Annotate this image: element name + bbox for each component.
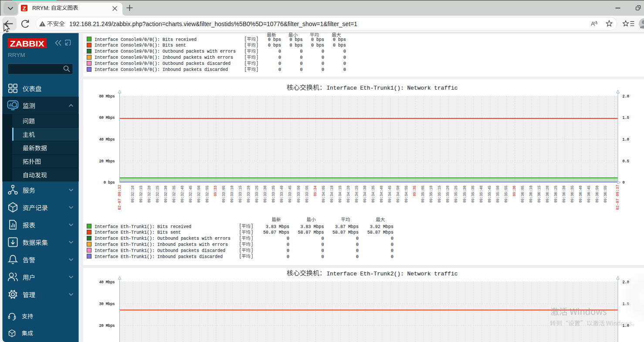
svg-text:0 bps: 0 bps — [268, 37, 281, 42]
svg-text:09:35:55: 09:35:55 — [504, 185, 508, 202]
svg-text:09:36:45: 09:36:45 — [587, 185, 591, 202]
svg-text:0.5: 0.5 — [623, 159, 629, 164]
svg-text:0: 0 — [391, 248, 393, 253]
svg-text:0: 0 — [300, 61, 302, 66]
svg-text:09:33:50: 09:33:50 — [297, 185, 301, 202]
svg-text:58.87 Mbps: 58.87 Mbps — [263, 230, 289, 235]
svg-text:09:34:55: 09:34:55 — [404, 185, 408, 202]
svg-text:09:32:10: 09:32:10 — [131, 185, 135, 202]
svg-text:0: 0 — [287, 255, 289, 259]
svg-text:09:32:50: 09:32:50 — [197, 185, 201, 202]
svg-text:09:32:30: 09:32:30 — [164, 185, 168, 202]
svg-text:3.87 Mbps: 3.87 Mbps — [335, 225, 359, 229]
svg-text:0: 0 — [356, 255, 359, 259]
svg-text:0 bps: 0 bps — [333, 37, 346, 42]
svg-text:0: 0 — [322, 61, 324, 66]
svg-text:09:34: 09:34 — [313, 185, 317, 196]
svg-text:09:34:05: 09:34:05 — [322, 185, 325, 202]
svg-text:0: 0 — [356, 242, 359, 247]
svg-text:0 bps: 0 bps — [311, 43, 324, 48]
svg-text:0: 0 — [322, 67, 324, 72]
svg-text:40 Mbps: 40 Mbps — [99, 280, 115, 285]
svg-text:Interface Eth-Trunk1(): Bits r: Interface Eth-Trunk1(): Bits received — [95, 225, 191, 229]
svg-text:09:32:45: 09:32:45 — [189, 185, 193, 202]
svg-text:0: 0 — [391, 236, 393, 241]
svg-text:Interface Console9/0/0(): Bits: Interface Console9/0/0(): Bits sent — [95, 43, 186, 48]
svg-text:0 bps: 0 bps — [289, 43, 302, 48]
svg-text:Interface Eth-Trunk1(): Inboun: Interface Eth-Trunk1(): Inbound packets … — [95, 242, 228, 247]
svg-text:0: 0 — [322, 55, 324, 60]
svg-text:Interface Eth-Trunk1(): Inboun: Interface Eth-Trunk1(): Inbound packets … — [95, 255, 223, 259]
svg-text:09:35:45: 09:35:45 — [488, 185, 491, 202]
svg-text:0: 0 — [322, 49, 324, 54]
svg-text:09:34:35: 09:34:35 — [371, 185, 375, 202]
svg-text:0 bps: 0 bps — [289, 37, 302, 42]
svg-text:09:33:20: 09:33:20 — [247, 185, 251, 202]
svg-text:ZABBIX: ZABBIX — [10, 39, 44, 48]
svg-text:0 bps: 0 bps — [104, 181, 115, 185]
svg-text:0: 0 — [343, 55, 346, 60]
svg-text:09:33:45: 09:33:45 — [288, 185, 292, 202]
svg-text:09:36:20: 09:36:20 — [546, 185, 549, 202]
svg-text:0: 0 — [278, 67, 281, 72]
svg-text:A: A — [591, 20, 595, 27]
svg-text:0: 0 — [322, 236, 324, 241]
svg-text:09:33:30: 09:33:30 — [263, 185, 267, 202]
svg-text:09:34:15: 09:34:15 — [338, 185, 342, 202]
svg-text:09:32:40: 09:32:40 — [180, 185, 184, 202]
svg-text:09:34:50: 09:34:50 — [396, 185, 400, 202]
svg-text:40 Mbps: 40 Mbps — [99, 137, 115, 142]
svg-text:09:33:15: 09:33:15 — [238, 185, 242, 202]
svg-text:09:32:55: 09:32:55 — [205, 185, 209, 202]
svg-text:0: 0 — [287, 236, 289, 241]
svg-text:1.5: 1.5 — [623, 116, 629, 120]
svg-text:09:33:35: 09:33:35 — [271, 185, 275, 202]
svg-text:58.87 Mbps: 58.87 Mbps — [367, 230, 393, 235]
svg-text:0 bps: 0 bps — [333, 43, 346, 48]
svg-text:Interface Console9/0/0(): Inbo: Interface Console9/0/0(): Inbound packet… — [95, 67, 228, 72]
svg-text:60 Mbps: 60 Mbps — [99, 116, 115, 120]
svg-text:09:36: 09:36 — [512, 185, 516, 196]
svg-text:0: 0 — [322, 255, 324, 259]
svg-text:0: 0 — [343, 49, 346, 54]
svg-text:RRYM: RRYM — [8, 52, 25, 58]
svg-text:Interface Eth-Trunk2(): Networ: Interface Eth-Trunk2(): Network traffic — [326, 271, 458, 277]
svg-text:09:35:30: 09:35:30 — [463, 185, 467, 202]
svg-text:09:34:10: 09:34:10 — [330, 185, 334, 202]
svg-text:20 Mbps: 20 Mbps — [99, 324, 115, 328]
svg-text:0: 0 — [300, 49, 302, 54]
svg-text:09:33: 09:33 — [214, 185, 217, 196]
svg-text:09:33:40: 09:33:40 — [280, 185, 284, 202]
svg-text:Interface Console9/0/0(): Outb: Interface Console9/0/0(): Outbound packe… — [95, 49, 236, 54]
svg-text:0: 0 — [322, 242, 324, 247]
svg-text:09:35:15: 09:35:15 — [437, 185, 441, 202]
svg-text:09:34:20: 09:34:20 — [346, 185, 350, 202]
svg-text:09:34:40: 09:34:40 — [380, 185, 383, 202]
svg-text:09:36:40: 09:36:40 — [579, 185, 583, 202]
svg-text:09:36:10: 09:36:10 — [529, 185, 533, 202]
svg-text:09:36:05: 09:36:05 — [521, 185, 525, 202]
svg-text:0: 0 — [322, 248, 324, 253]
svg-text:3.92 Mbps: 3.92 Mbps — [370, 225, 393, 229]
svg-text:0: 0 — [356, 236, 359, 241]
svg-text:3.83 Mbps: 3.83 Mbps — [301, 225, 324, 229]
svg-text:Interface Console9/0/0(): Inbo: Interface Console9/0/0(): Inbound packet… — [95, 55, 233, 60]
svg-text:09:34:30: 09:34:30 — [363, 185, 367, 202]
svg-text:Interface Eth-Trunk1(): Bits s: Interface Eth-Trunk1(): Bits sent — [95, 230, 181, 235]
svg-text:0: 0 — [278, 49, 281, 54]
svg-text:30 Mbps: 30 Mbps — [99, 302, 115, 306]
svg-text:09:35:35: 09:35:35 — [471, 185, 475, 202]
svg-text:09:35: 09:35 — [413, 185, 417, 196]
svg-text:09:36:15: 09:36:15 — [537, 185, 541, 202]
svg-text:09:35:50: 09:35:50 — [496, 185, 500, 202]
svg-text:1.0: 1.0 — [623, 137, 629, 142]
svg-text:09:34:25: 09:34:25 — [355, 185, 359, 202]
svg-text:09:35:10: 09:35:10 — [429, 185, 433, 202]
svg-text:0: 0 — [391, 255, 393, 259]
svg-text:Interface Console9/0/0(): Bits: Interface Console9/0/0(): Bits received — [95, 37, 197, 42]
svg-text:Interface Console9/0/0(): Outb: Interface Console9/0/0(): Outbound packe… — [95, 61, 230, 66]
svg-text:0: 0 — [343, 67, 346, 72]
svg-text:02-07 09:37: 02-07 09:37 — [616, 185, 620, 210]
svg-text:09:32:35: 09:32:35 — [172, 185, 176, 202]
svg-text:0: 0 — [287, 248, 289, 253]
